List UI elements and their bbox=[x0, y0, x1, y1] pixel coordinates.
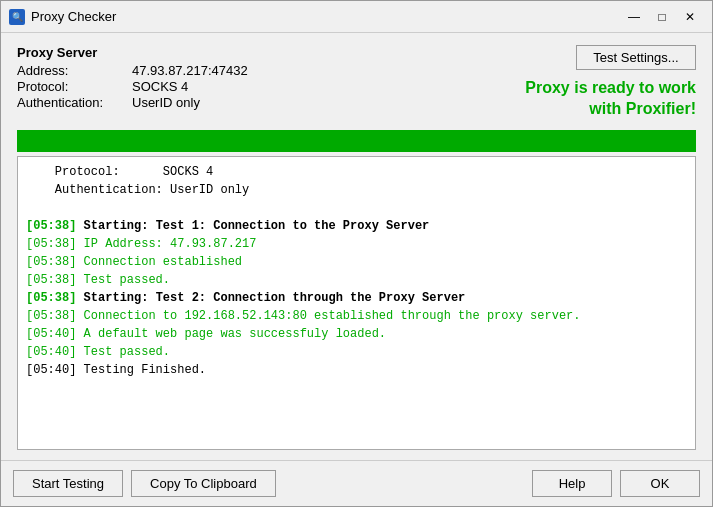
app-icon: 🔍 bbox=[9, 9, 25, 25]
proxy-info: Proxy Server Address: 47.93.87.217:47432… bbox=[17, 45, 248, 110]
test-settings-button[interactable]: Test Settings... bbox=[576, 45, 696, 70]
close-button[interactable]: ✕ bbox=[676, 7, 704, 27]
protocol-label: Protocol: bbox=[17, 79, 132, 94]
bottom-left-buttons: Start Testing Copy To Clipboard bbox=[13, 470, 276, 497]
address-label: Address: bbox=[17, 63, 132, 78]
window-title: Proxy Checker bbox=[31, 9, 116, 24]
log-entry-0: [05:38] Starting: Test 1: Connection to … bbox=[26, 217, 687, 235]
address-row: Address: 47.93.87.217:47432 bbox=[17, 63, 248, 78]
proxy-section-title: Proxy Server bbox=[17, 45, 248, 60]
proxy-ready-text: Proxy is ready to work with Proxifier! bbox=[525, 78, 696, 120]
log-header-2: Authentication: UserID only bbox=[26, 181, 687, 199]
auth-row: Authentication: UserID only bbox=[17, 95, 248, 110]
copy-to-clipboard-button[interactable]: Copy To Clipboard bbox=[131, 470, 276, 497]
protocol-row: Protocol: SOCKS 4 bbox=[17, 79, 248, 94]
bottom-bar: Start Testing Copy To Clipboard Help OK bbox=[1, 460, 712, 506]
log-entry-6: [05:40] A default web page was successfu… bbox=[26, 325, 687, 343]
progress-bar bbox=[17, 130, 696, 152]
content-area: Proxy Server Address: 47.93.87.217:47432… bbox=[1, 33, 712, 460]
log-header-1: Protocol: SOCKS 4 bbox=[26, 163, 687, 181]
maximize-button[interactable]: □ bbox=[648, 7, 676, 27]
log-area[interactable]: Protocol: SOCKS 4 Authentication: UserID… bbox=[17, 156, 696, 450]
auth-label: Authentication: bbox=[17, 95, 132, 110]
address-value: 47.93.87.217:47432 bbox=[132, 63, 248, 78]
right-section: Test Settings... Proxy is ready to work … bbox=[525, 45, 696, 120]
title-bar: 🔍 Proxy Checker — □ ✕ bbox=[1, 1, 712, 33]
minimize-button[interactable]: — bbox=[620, 7, 648, 27]
main-window: 🔍 Proxy Checker — □ ✕ Proxy Server Addre… bbox=[0, 0, 713, 507]
protocol-value: SOCKS 4 bbox=[132, 79, 188, 94]
log-entry-1: [05:38] IP Address: 47.93.87.217 bbox=[26, 235, 687, 253]
log-entry-5: [05:38] Connection to 192.168.52.143:80 … bbox=[26, 307, 687, 325]
help-button[interactable]: Help bbox=[532, 470, 612, 497]
log-entry-2: [05:38] Connection established bbox=[26, 253, 687, 271]
title-bar-left: 🔍 Proxy Checker bbox=[9, 9, 116, 25]
log-entry-4: [05:38] Starting: Test 2: Connection thr… bbox=[26, 289, 687, 307]
log-entry-8: [05:40] Testing Finished. bbox=[26, 361, 687, 379]
start-testing-button[interactable]: Start Testing bbox=[13, 470, 123, 497]
auth-value: UserID only bbox=[132, 95, 200, 110]
log-entry-7: [05:40] Test passed. bbox=[26, 343, 687, 361]
log-spacer bbox=[26, 199, 687, 217]
top-section: Proxy Server Address: 47.93.87.217:47432… bbox=[17, 45, 696, 120]
ok-button[interactable]: OK bbox=[620, 470, 700, 497]
title-bar-controls: — □ ✕ bbox=[620, 7, 704, 27]
bottom-right-buttons: Help OK bbox=[532, 470, 700, 497]
log-entry-3: [05:38] Test passed. bbox=[26, 271, 687, 289]
